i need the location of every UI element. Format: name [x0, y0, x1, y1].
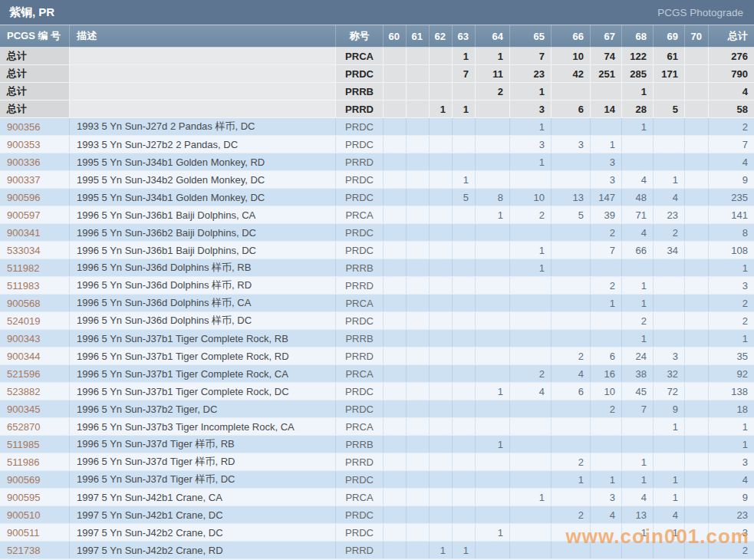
- pcgs-number-link[interactable]: 900569: [7, 474, 40, 486]
- grade-count-cell-60: [384, 506, 407, 523]
- grade-count-cell-60: [384, 489, 407, 506]
- pcgs-number-link[interactable]: 900595: [7, 492, 40, 503]
- grade-count-cell-60: [384, 259, 407, 276]
- grade-count-cell-68: 38: [622, 365, 654, 382]
- grade-count-cell-69: [654, 277, 685, 294]
- grade-count-cell-68: [622, 136, 654, 153]
- pcgs-number-link[interactable]: 521596: [7, 368, 40, 380]
- grade-count-cell-61: [407, 242, 430, 259]
- grade-count-cell-70: [685, 100, 709, 117]
- pcgs-number-cell: 900336: [0, 153, 70, 170]
- grade-count-cell-65: 3: [510, 100, 552, 117]
- pcgs-number-link[interactable]: 900336: [7, 156, 40, 168]
- grade-count-cell-61: [407, 436, 430, 453]
- grade-count-cell-68: 285: [622, 65, 654, 82]
- grade-count-cell-65: 1: [510, 242, 552, 259]
- grade-count-cell-60: [384, 277, 407, 294]
- grade-count-cell-69: 3: [654, 348, 685, 364]
- grade-count-cell-67: [591, 259, 622, 276]
- grade-count-cell-66: [552, 524, 591, 541]
- grade-count-cell-62: [430, 418, 453, 435]
- grade-count-cell-69: [654, 118, 685, 135]
- pcgs-number-link[interactable]: 511983: [7, 280, 39, 292]
- pcgs-number-link[interactable]: 523882: [7, 386, 40, 397]
- summary-description: [70, 48, 336, 64]
- grade-count-cell-64: [476, 365, 510, 382]
- grade-count-cell-67: 2: [591, 277, 622, 294]
- grade-count-cell-65: 1: [510, 259, 552, 276]
- grade-count-cell-61: [407, 400, 430, 417]
- pcgs-number-link[interactable]: 511982: [7, 262, 39, 274]
- coin-description: 1996 5 Yn Sun-J37b1 Tiger Complete Rock,…: [70, 365, 336, 382]
- pcgs-number-link[interactable]: 900337: [7, 174, 40, 186]
- grade-count-cell-64: [476, 542, 510, 558]
- pcgs-number-link[interactable]: 900511: [7, 527, 39, 539]
- grade-count-cell-63: [453, 330, 476, 347]
- table-row: 5119821996 5 Yn Sun-J36d Dolphins 样币, RB…: [0, 259, 754, 277]
- row-total-cell: 2: [709, 118, 754, 135]
- pcgs-number-link[interactable]: 900356: [7, 121, 40, 133]
- pcgs-number-cell: 521738: [0, 542, 70, 558]
- pcgs-number-link[interactable]: 900341: [7, 227, 40, 239]
- pcgs-number-link[interactable]: 900597: [7, 209, 40, 221]
- grade-count-cell-68: 1: [622, 295, 654, 311]
- pcgs-number-link[interactable]: 533034: [7, 245, 40, 256]
- grade-count-cell-64: 8: [476, 189, 510, 206]
- coin-description: 1996 5 Yn Sun-J37b1 Tiger Complete Rock,…: [70, 330, 336, 347]
- pcgs-number-cell: 511986: [0, 453, 70, 470]
- grade-count-cell-70: [685, 453, 709, 470]
- grade-count-cell-63: 1: [453, 171, 476, 188]
- grade-count-cell-60: [384, 365, 407, 382]
- designation-cell: PRRD: [336, 100, 384, 117]
- grade-count-cell-63: 1: [453, 48, 476, 64]
- grade-count-cell-63: [453, 471, 476, 488]
- grade-count-cell-69: 1: [654, 171, 685, 188]
- grade-count-cell-66: 1: [552, 471, 591, 488]
- pcgs-number-link[interactable]: 900568: [7, 298, 40, 309]
- pcgs-number-link[interactable]: 521738: [7, 545, 40, 556]
- grade-count-cell-60: [384, 171, 407, 188]
- grade-count-cell-69: 171: [654, 65, 685, 82]
- grade-count-cell-64: [476, 418, 510, 435]
- grade-count-cell-68: 71: [622, 206, 654, 223]
- grade-count-cell-67: 147: [591, 189, 622, 206]
- pcgs-number-link[interactable]: 900344: [7, 351, 40, 362]
- grade-count-cell-66: [552, 171, 591, 188]
- grade-count-cell-70: [685, 542, 709, 558]
- grade-count-cell-66: [552, 295, 591, 311]
- grade-count-cell-63: [453, 506, 476, 523]
- grade-count-cell-66: 3: [552, 136, 591, 153]
- row-total-cell: 1: [709, 330, 754, 347]
- grade-count-cell-67: 74: [591, 48, 622, 64]
- grade-count-cell-66: [552, 277, 591, 294]
- pcgs-number-link[interactable]: 511985: [7, 439, 39, 450]
- pcgs-number-link[interactable]: 900596: [7, 192, 40, 203]
- summary-description: [70, 83, 336, 100]
- coin-description: 1996 5 Yn Sun-J37b1 Tiger Complete Rock,…: [70, 348, 336, 364]
- grade-count-cell-68: 1: [622, 83, 654, 100]
- grade-count-cell-65: 3: [510, 136, 552, 153]
- pcgs-number-link[interactable]: 652870: [7, 421, 40, 433]
- grade-count-cell-65: [510, 400, 552, 417]
- grade-count-cell-63: [453, 295, 476, 311]
- grade-count-cell-65: 4: [510, 383, 552, 400]
- pcgs-number-link[interactable]: 900510: [7, 509, 40, 521]
- designation-cell: PRRB: [336, 83, 384, 100]
- grade-count-cell-67: 16: [591, 365, 622, 382]
- pcgs-number-link[interactable]: 900343: [7, 333, 40, 344]
- pcgs-number-link[interactable]: 524019: [7, 315, 40, 327]
- pcgs-number-link[interactable]: 900345: [7, 404, 40, 415]
- pcgs-number-cell: 900345: [0, 400, 70, 417]
- grade-count-cell-68: 48: [622, 189, 654, 206]
- grade-count-cell-61: [407, 65, 430, 82]
- grade-count-cell-66: [552, 118, 591, 135]
- pcgs-number-cell: 900569: [0, 471, 70, 488]
- grade-count-cell-68: 45: [622, 383, 654, 400]
- title-bar: 紫铜, PR PCGS Photograde: [0, 0, 754, 25]
- pcgs-number-link[interactable]: 511986: [7, 456, 39, 468]
- grade-count-cell-60: [384, 118, 407, 135]
- designation-cell: PRRB: [336, 259, 384, 276]
- pcgs-number-link[interactable]: 900353: [7, 139, 40, 150]
- grade-count-cell-67: 3: [591, 153, 622, 170]
- grade-count-cell-69: [654, 153, 685, 170]
